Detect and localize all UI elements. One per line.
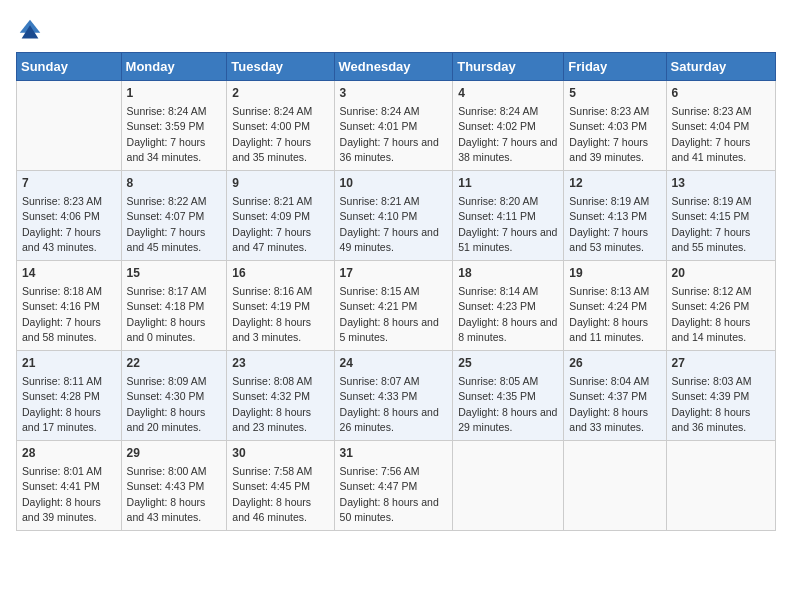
sunrise-text: Sunrise: 7:58 AM — [232, 465, 312, 477]
calendar-cell: 24Sunrise: 8:07 AMSunset: 4:33 PMDayligh… — [334, 351, 453, 441]
daylight-text: Daylight: 7 hours and 55 minutes. — [672, 226, 751, 253]
calendar-cell: 5Sunrise: 8:23 AMSunset: 4:03 PMDaylight… — [564, 81, 666, 171]
calendar-cell: 6Sunrise: 8:23 AMSunset: 4:04 PMDaylight… — [666, 81, 775, 171]
daylight-text: Daylight: 7 hours and 36 minutes. — [340, 136, 439, 163]
sunset-text: Sunset: 4:02 PM — [458, 120, 536, 132]
calendar-cell: 16Sunrise: 8:16 AMSunset: 4:19 PMDayligh… — [227, 261, 334, 351]
calendar-week-row: 1Sunrise: 8:24 AMSunset: 3:59 PMDaylight… — [17, 81, 776, 171]
sunset-text: Sunset: 4:04 PM — [672, 120, 750, 132]
sunset-text: Sunset: 4:09 PM — [232, 210, 310, 222]
calendar-cell: 2Sunrise: 8:24 AMSunset: 4:00 PMDaylight… — [227, 81, 334, 171]
daylight-text: Daylight: 8 hours and 3 minutes. — [232, 316, 311, 343]
calendar-cell: 29Sunrise: 8:00 AMSunset: 4:43 PMDayligh… — [121, 441, 227, 531]
sunrise-text: Sunrise: 8:08 AM — [232, 375, 312, 387]
calendar-cell: 4Sunrise: 8:24 AMSunset: 4:02 PMDaylight… — [453, 81, 564, 171]
calendar-week-row: 28Sunrise: 8:01 AMSunset: 4:41 PMDayligh… — [17, 441, 776, 531]
daylight-text: Daylight: 7 hours and 47 minutes. — [232, 226, 311, 253]
sunrise-text: Sunrise: 8:21 AM — [232, 195, 312, 207]
weekday-header-row: SundayMondayTuesdayWednesdayThursdayFrid… — [17, 53, 776, 81]
sunset-text: Sunset: 4:24 PM — [569, 300, 647, 312]
sunset-text: Sunset: 4:07 PM — [127, 210, 205, 222]
day-number: 12 — [569, 175, 660, 192]
calendar-cell: 20Sunrise: 8:12 AMSunset: 4:26 PMDayligh… — [666, 261, 775, 351]
sunset-text: Sunset: 4:03 PM — [569, 120, 647, 132]
sunrise-text: Sunrise: 8:01 AM — [22, 465, 102, 477]
daylight-text: Daylight: 7 hours and 43 minutes. — [22, 226, 101, 253]
daylight-text: Daylight: 8 hours and 39 minutes. — [22, 496, 101, 523]
daylight-text: Daylight: 8 hours and 29 minutes. — [458, 406, 557, 433]
day-number: 23 — [232, 355, 328, 372]
day-number: 26 — [569, 355, 660, 372]
calendar-cell: 11Sunrise: 8:20 AMSunset: 4:11 PMDayligh… — [453, 171, 564, 261]
calendar-table: SundayMondayTuesdayWednesdayThursdayFrid… — [16, 52, 776, 531]
sunset-text: Sunset: 4:11 PM — [458, 210, 536, 222]
sunrise-text: Sunrise: 8:24 AM — [458, 105, 538, 117]
daylight-text: Daylight: 7 hours and 38 minutes. — [458, 136, 557, 163]
day-number: 20 — [672, 265, 770, 282]
sunrise-text: Sunrise: 8:18 AM — [22, 285, 102, 297]
calendar-week-row: 21Sunrise: 8:11 AMSunset: 4:28 PMDayligh… — [17, 351, 776, 441]
sunset-text: Sunset: 4:39 PM — [672, 390, 750, 402]
sunrise-text: Sunrise: 8:23 AM — [22, 195, 102, 207]
sunset-text: Sunset: 4:30 PM — [127, 390, 205, 402]
calendar-cell: 22Sunrise: 8:09 AMSunset: 4:30 PMDayligh… — [121, 351, 227, 441]
sunrise-text: Sunrise: 8:03 AM — [672, 375, 752, 387]
daylight-text: Daylight: 8 hours and 17 minutes. — [22, 406, 101, 433]
logo — [16, 16, 48, 44]
day-number: 8 — [127, 175, 222, 192]
daylight-text: Daylight: 7 hours and 51 minutes. — [458, 226, 557, 253]
day-number: 14 — [22, 265, 116, 282]
day-number: 17 — [340, 265, 448, 282]
day-number: 21 — [22, 355, 116, 372]
sunset-text: Sunset: 4:01 PM — [340, 120, 418, 132]
sunset-text: Sunset: 4:19 PM — [232, 300, 310, 312]
day-number: 5 — [569, 85, 660, 102]
weekday-header-sunday: Sunday — [17, 53, 122, 81]
day-number: 18 — [458, 265, 558, 282]
calendar-cell: 15Sunrise: 8:17 AMSunset: 4:18 PMDayligh… — [121, 261, 227, 351]
daylight-text: Daylight: 8 hours and 33 minutes. — [569, 406, 648, 433]
sunset-text: Sunset: 4:26 PM — [672, 300, 750, 312]
day-number: 2 — [232, 85, 328, 102]
daylight-text: Daylight: 8 hours and 11 minutes. — [569, 316, 648, 343]
sunset-text: Sunset: 4:18 PM — [127, 300, 205, 312]
day-number: 27 — [672, 355, 770, 372]
calendar-cell: 12Sunrise: 8:19 AMSunset: 4:13 PMDayligh… — [564, 171, 666, 261]
daylight-text: Daylight: 7 hours and 45 minutes. — [127, 226, 206, 253]
weekday-header-friday: Friday — [564, 53, 666, 81]
sunset-text: Sunset: 4:35 PM — [458, 390, 536, 402]
day-number: 24 — [340, 355, 448, 372]
day-number: 22 — [127, 355, 222, 372]
calendar-cell: 17Sunrise: 8:15 AMSunset: 4:21 PMDayligh… — [334, 261, 453, 351]
calendar-cell: 31Sunrise: 7:56 AMSunset: 4:47 PMDayligh… — [334, 441, 453, 531]
page-header — [16, 16, 776, 44]
calendar-cell: 10Sunrise: 8:21 AMSunset: 4:10 PMDayligh… — [334, 171, 453, 261]
sunset-text: Sunset: 4:23 PM — [458, 300, 536, 312]
daylight-text: Daylight: 8 hours and 14 minutes. — [672, 316, 751, 343]
daylight-text: Daylight: 7 hours and 53 minutes. — [569, 226, 648, 253]
sunset-text: Sunset: 4:15 PM — [672, 210, 750, 222]
daylight-text: Daylight: 8 hours and 8 minutes. — [458, 316, 557, 343]
sunrise-text: Sunrise: 8:19 AM — [569, 195, 649, 207]
sunrise-text: Sunrise: 8:23 AM — [672, 105, 752, 117]
calendar-cell — [666, 441, 775, 531]
sunrise-text: Sunrise: 8:13 AM — [569, 285, 649, 297]
sunset-text: Sunset: 4:37 PM — [569, 390, 647, 402]
day-number: 10 — [340, 175, 448, 192]
sunrise-text: Sunrise: 8:24 AM — [127, 105, 207, 117]
sunrise-text: Sunrise: 8:12 AM — [672, 285, 752, 297]
sunrise-text: Sunrise: 8:14 AM — [458, 285, 538, 297]
day-number: 19 — [569, 265, 660, 282]
calendar-week-row: 7Sunrise: 8:23 AMSunset: 4:06 PMDaylight… — [17, 171, 776, 261]
daylight-text: Daylight: 8 hours and 46 minutes. — [232, 496, 311, 523]
sunset-text: Sunset: 4:33 PM — [340, 390, 418, 402]
daylight-text: Daylight: 8 hours and 23 minutes. — [232, 406, 311, 433]
calendar-cell: 13Sunrise: 8:19 AMSunset: 4:15 PMDayligh… — [666, 171, 775, 261]
sunrise-text: Sunrise: 8:04 AM — [569, 375, 649, 387]
sunset-text: Sunset: 4:45 PM — [232, 480, 310, 492]
day-number: 16 — [232, 265, 328, 282]
sunrise-text: Sunrise: 8:11 AM — [22, 375, 102, 387]
sunrise-text: Sunrise: 8:05 AM — [458, 375, 538, 387]
daylight-text: Daylight: 7 hours and 35 minutes. — [232, 136, 311, 163]
sunrise-text: Sunrise: 8:22 AM — [127, 195, 207, 207]
